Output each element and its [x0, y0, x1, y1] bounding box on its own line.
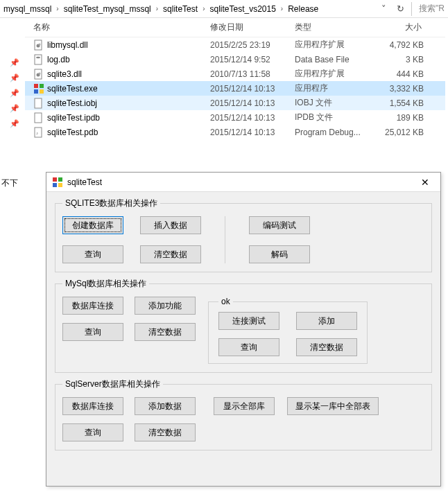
breadcrumb-item[interactable]: sqliteTest: [161, 1, 200, 17]
file-type: 应用程序扩展: [286, 68, 370, 80]
ok-group: ok 连接测试 添加 查询 清空数据: [208, 297, 368, 364]
show-tables-button[interactable]: 显示某一库中全部表: [287, 397, 379, 415]
column-header-size[interactable]: 大小: [370, 18, 432, 37]
db-connect-button[interactable]: 数据库连接: [62, 297, 123, 315]
breadcrumb-item[interactable]: sqliteTest_mysql_mssql: [62, 1, 153, 17]
decode-button[interactable]: 解码: [249, 245, 310, 263]
file-size: 3,332 KB: [370, 84, 433, 94]
file-size: 444 KB: [370, 69, 433, 79]
mysql-group-title: MySql数据库相关操作: [62, 278, 149, 290]
truncated-text: 不下: [1, 177, 18, 189]
chevron-right-icon[interactable]: ›: [153, 5, 161, 12]
file-size: 189 KB: [370, 113, 433, 123]
add-button[interactable]: 添加: [296, 312, 357, 330]
svg-rect-19: [58, 183, 62, 187]
svg-rect-17: [58, 177, 62, 182]
show-all-db-button[interactable]: 显示全部库: [214, 397, 275, 415]
breadcrumb-item[interactable]: Release: [286, 1, 320, 17]
file-name: log.db: [47, 55, 70, 64]
file-list: 📌 📌 📌 📌 📌 名称 修改日期 类型 大小 libmysql.dll2015…: [25, 18, 445, 139]
sqlite3-group: SQLITE3数据库相关操作 创建数据库 插入数据 查询 清空数据 编码测试 解…: [55, 198, 432, 272]
connection-test-button[interactable]: 连接测试: [218, 312, 279, 330]
sqlserver-query-button[interactable]: 查询: [62, 423, 123, 441]
clear-data-button[interactable]: 清空数据: [140, 245, 201, 263]
file-list-header: 名称 修改日期 类型 大小: [25, 18, 445, 37]
file-icon: [33, 40, 44, 51]
file-size: 1,554 KB: [370, 98, 433, 108]
file-row[interactable]: sqliteTest.ipdb2015/12/14 10:13IPDB 文件18…: [25, 110, 445, 125]
column-header-name[interactable]: 名称: [25, 18, 202, 37]
pin-icon[interactable]: 📌: [10, 73, 19, 86]
column-header-type[interactable]: 类型: [286, 18, 370, 37]
create-db-button[interactable]: 创建数据库: [62, 216, 123, 234]
query-button[interactable]: 查询: [62, 245, 123, 263]
file-date: 2010/7/13 11:58: [202, 69, 286, 79]
file-name: sqlite3.dll: [47, 69, 82, 79]
sqlserver-group-title: SqlServer数据库相关操作: [62, 378, 163, 390]
pin-icon[interactable]: 📌: [10, 58, 19, 71]
ok-clear-button[interactable]: 清空数据: [296, 338, 357, 356]
mysql-clear-button[interactable]: 清空数据: [135, 323, 196, 341]
svg-rect-18: [53, 183, 57, 187]
sqlserver-clear-button[interactable]: 清空数据: [135, 423, 196, 441]
file-name: sqliteTest.exe: [47, 84, 98, 94]
ok-group-title: ok: [218, 297, 233, 306]
breadcrumb-item[interactable]: sqliteTest_vs2015: [207, 1, 277, 17]
file-size: 4,792 KB: [370, 40, 433, 50]
search-input[interactable]: 搜索"R: [415, 3, 448, 15]
file-icon: [33, 54, 44, 65]
file-type: IOBJ 文件: [286, 97, 370, 109]
add-feature-button[interactable]: 添加功能: [135, 297, 196, 315]
close-button[interactable]: ✕: [410, 173, 440, 192]
file-date: 2015/12/14 10:13: [202, 113, 286, 123]
file-name: sqliteTest.iobj: [47, 98, 97, 108]
chevron-right-icon[interactable]: ›: [53, 5, 61, 12]
file-row[interactable]: ♪sqliteTest.pdb2015/12/14 10:13Program D…: [25, 125, 445, 139]
pin-icon[interactable]: 📌: [10, 119, 19, 132]
svg-rect-16: [53, 177, 57, 182]
file-date: 2015/2/25 23:19: [202, 40, 286, 50]
breadcrumb-item[interactable]: mysql_mssql: [1, 1, 53, 17]
svg-rect-13: [35, 113, 42, 123]
chevron-right-icon[interactable]: ›: [200, 5, 207, 12]
app-icon: [52, 177, 63, 188]
ok-query-button[interactable]: 查询: [218, 338, 279, 356]
file-row[interactable]: libmysql.dll2015/2/25 23:19应用程序扩展4,792 K…: [25, 37, 445, 52]
history-dropdown-icon[interactable]: ˅: [375, 1, 392, 17]
file-name: sqliteTest.pdb: [47, 128, 98, 137]
file-icon: [33, 112, 44, 123]
svg-text:♪: ♪: [36, 131, 38, 135]
sqlserver-connect-button[interactable]: 数据库连接: [62, 397, 123, 415]
refresh-icon[interactable]: ↻: [392, 1, 408, 17]
file-icon: [33, 98, 44, 109]
file-type: 应用程序: [286, 82, 370, 94]
file-size: 3 KB: [370, 55, 433, 64]
pin-icon[interactable]: 📌: [10, 89, 19, 101]
sqlserver-group: SqlServer数据库相关操作 数据库连接 添加数据 查询 清空数据 显示全部…: [55, 378, 432, 450]
file-row[interactable]: sqliteTest.iobj2015/12/14 10:13IOBJ 文件1,…: [25, 96, 445, 110]
file-row[interactable]: log.db2015/12/14 9:52Data Base File3 KB: [25, 52, 445, 67]
column-header-date[interactable]: 修改日期: [202, 18, 286, 37]
dialog-titlebar[interactable]: sqliteTest ✕: [46, 173, 440, 192]
pin-column: 📌 📌 📌 📌 📌: [10, 58, 19, 132]
file-date: 2015/12/14 10:13: [202, 98, 286, 108]
insert-data-button[interactable]: 插入数据: [140, 216, 201, 234]
svg-point-2: [39, 43, 41, 45]
file-row[interactable]: sqliteTest.exe2015/12/14 10:13应用程序3,332 …: [25, 81, 445, 96]
sqlserver-add-data-button[interactable]: 添加数据: [135, 397, 196, 415]
file-name: libmysql.dll: [47, 40, 88, 50]
file-name: sqliteTest.ipdb: [47, 113, 100, 123]
svg-point-4: [36, 56, 40, 58]
svg-rect-12: [35, 98, 42, 108]
file-row[interactable]: sqlite3.dll2010/7/13 11:58应用程序扩展444 KB: [25, 67, 445, 81]
file-type: IPDB 文件: [286, 112, 370, 123]
address-bar: mysql_mssql› sqliteTest_mysql_mssql› sql…: [0, 0, 448, 18]
sqlite-test-dialog: sqliteTest ✕ SQLITE3数据库相关操作 创建数据库 插入数据 查…: [46, 172, 441, 487]
file-date: 2015/12/14 9:52: [202, 55, 286, 64]
mysql-query-button[interactable]: 查询: [62, 323, 123, 341]
separator: [411, 2, 412, 16]
dialog-title: sqliteTest: [67, 177, 102, 187]
chevron-right-icon[interactable]: ›: [278, 5, 286, 12]
encode-test-button[interactable]: 编码测试: [249, 216, 310, 234]
pin-icon[interactable]: 📌: [10, 104, 19, 116]
